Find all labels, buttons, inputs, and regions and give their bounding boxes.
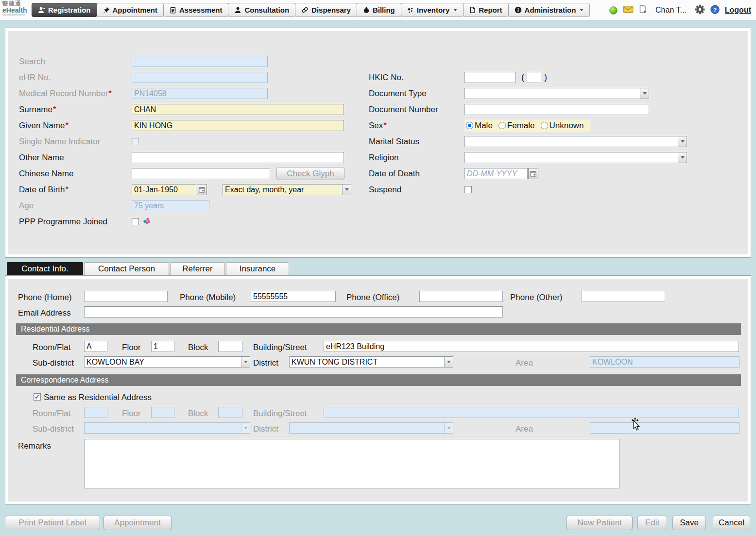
nav-tab-label: Report [479, 6, 502, 14]
nav-tab-label: Registration [48, 6, 91, 14]
chevron-down-icon [444, 357, 453, 367]
clipboard-icon [170, 6, 176, 14]
phone-other-input[interactable] [582, 291, 665, 302]
suspend-checkbox[interactable] [464, 186, 472, 193]
dob-format-select[interactable]: Exact day, month, year [223, 184, 351, 195]
radio-female[interactable] [498, 122, 506, 129]
corr-room-input [84, 407, 107, 418]
surname-input[interactable] [132, 104, 344, 115]
phone-office-input[interactable] [419, 291, 503, 302]
given-name-input[interactable] [132, 120, 344, 131]
res-building-input[interactable] [324, 341, 739, 352]
dob-input[interactable] [132, 184, 196, 195]
tab-inventory[interactable]: Inventory [401, 3, 464, 17]
res-district-value: KWUN TONG DISTRICT [290, 358, 444, 367]
ehealth-registration-page: 醫健通 eHealth Registration Appointment Ass… [0, 0, 756, 536]
res-floor-input[interactable] [151, 341, 174, 352]
single-name-label: Single Name Indicator [19, 137, 132, 147]
search-input [132, 56, 268, 67]
tab-referrer[interactable]: Referrer [170, 262, 225, 275]
gear-icon[interactable] [695, 4, 705, 17]
contact-tab-strip: Contact Info. Contact Person Referrer In… [7, 262, 289, 275]
dob-label: Date of Birth* [19, 185, 132, 195]
residential-address-header: Residential Address [16, 323, 741, 335]
same-as-residential-label: Same as Residential Address [44, 393, 152, 402]
radio-unknown[interactable] [541, 122, 548, 129]
single-name-row: Single Name Indicator [19, 134, 364, 150]
res-building-label: Building/Street [253, 343, 307, 352]
nav-tab-label: Administration [525, 6, 576, 14]
res-block-input[interactable] [218, 341, 242, 352]
document-type-select[interactable] [464, 88, 649, 99]
date-of-death-row: Date of Death [369, 166, 748, 182]
mail-icon[interactable] [623, 5, 634, 15]
res-room-input[interactable] [84, 341, 107, 352]
phone-home-input[interactable] [84, 291, 168, 302]
correspondence-address-header: Correspondence Address [16, 374, 741, 386]
email-input[interactable] [84, 306, 503, 318]
appointment-button: Appointment [103, 516, 172, 530]
radio-male-label: Male [475, 121, 493, 131]
tab-contact-info[interactable]: Contact Info. [7, 262, 83, 275]
dob-format-value: Exact day, month, year [223, 185, 342, 194]
tab-report[interactable]: Report [463, 3, 508, 17]
svg-text:?: ? [713, 6, 717, 12]
corr-subdistrict-select [84, 422, 250, 434]
tab-assessment[interactable]: Assessment [163, 3, 228, 17]
main-nav-tabs: Registration Appointment Assessment Cons… [32, 3, 590, 17]
nav-tab-label: Inventory [417, 6, 450, 14]
logo-tagline-bar [2, 14, 25, 16]
res-district-label: District [253, 358, 278, 368]
help-icon[interactable]: ? [710, 5, 720, 16]
chevron-down-icon [342, 184, 351, 195]
new-patient-button: New Patient [567, 516, 633, 530]
document-export-icon[interactable] [639, 5, 647, 16]
tab-registration[interactable]: Registration [32, 3, 97, 17]
phone-mobile-input[interactable] [251, 291, 336, 302]
hkic-check-digit-input[interactable] [527, 72, 541, 83]
logo-cjk-text: 醫健通 [2, 0, 32, 7]
tab-dispensary[interactable]: Dispensary [295, 3, 357, 17]
hkic-row: HKIC No. ( ) [369, 69, 748, 85]
res-district-select[interactable]: KWUN TONG DISTRICT [289, 356, 453, 368]
dob-calendar-icon[interactable] [197, 184, 207, 195]
tab-contact-person[interactable]: Contact Person [84, 262, 169, 275]
tab-consultation[interactable]: Consultation [228, 3, 295, 17]
document-type-label: Document Type [369, 89, 464, 99]
ppp-checkbox[interactable] [132, 218, 139, 225]
tab-insurance[interactable]: Insurance [226, 262, 289, 275]
document-number-input[interactable] [464, 104, 649, 115]
remarks-textarea[interactable] [84, 439, 619, 488]
chinese-name-label: Chinese Name [19, 169, 132, 179]
logout-link[interactable]: Logout [725, 6, 751, 15]
pin-icon [103, 7, 110, 14]
radio-male[interactable] [466, 122, 473, 129]
tab-appointment[interactable]: Appointment [97, 3, 164, 17]
tab-billing[interactable]: Billing [357, 3, 401, 17]
info-icon [515, 6, 522, 14]
ppp-row: PPP Programme Joined [19, 214, 364, 230]
res-subdistrict-select[interactable]: KOWLOON BAY [84, 356, 250, 368]
same-as-residential-checkbox[interactable] [34, 393, 41, 401]
corr-area-label: Area [515, 424, 533, 434]
chinese-name-row: Chinese Name Check Glyph [19, 166, 364, 182]
user-menu[interactable]: Chan T... [655, 6, 687, 15]
corr-building-input [324, 407, 739, 418]
chinese-name-input[interactable] [132, 168, 270, 179]
marital-status-select[interactable] [464, 136, 687, 147]
suspend-row: Suspend [369, 182, 748, 198]
cancel-button[interactable]: Cancel [713, 516, 750, 530]
hkic-input[interactable] [464, 72, 515, 83]
chevron-down-icon [241, 423, 250, 433]
date-of-death-input[interactable] [464, 168, 528, 179]
tab-administration[interactable]: Administration [508, 3, 590, 17]
top-navigation-bar: 醫健通 eHealth Registration Appointment Ass… [0, 0, 756, 20]
top-right-controls: Chan T... ? Logout [609, 0, 751, 20]
save-button[interactable]: Save [672, 516, 706, 530]
document-number-row: Document Number [369, 101, 748, 117]
religion-select[interactable] [464, 152, 687, 163]
date-of-death-calendar-icon[interactable] [528, 168, 538, 179]
corr-district-label: District [253, 424, 278, 434]
ppp-label: PPP Programme Joined [19, 217, 132, 227]
other-name-input[interactable] [132, 152, 344, 163]
